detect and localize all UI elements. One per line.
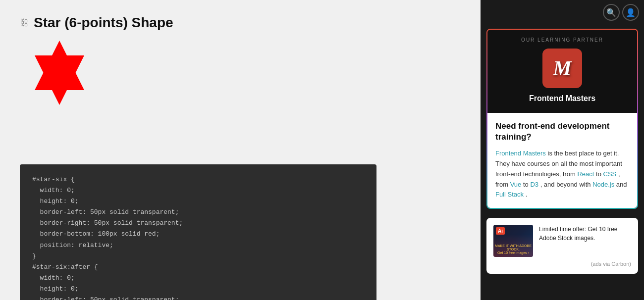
- adobe-logo: Ai: [496, 227, 505, 235]
- full-stack-link[interactable]: Full Stack: [495, 191, 524, 198]
- vue-link[interactable]: Vue: [510, 181, 522, 188]
- partner-label: OUR LEARNING PARTNER: [492, 37, 632, 43]
- react-link[interactable]: React: [577, 170, 594, 178]
- nodejs-link[interactable]: Node.js: [592, 181, 614, 188]
- ad-image: Ai MAKE IT WITH ADOBE STOCK. Get 10 free…: [493, 225, 533, 257]
- desc-text-5: , and beyond with: [540, 181, 593, 188]
- css-link[interactable]: CSS: [603, 170, 617, 178]
- partner-header: OUR LEARNING PARTNER M Frontend Masters: [487, 30, 637, 113]
- partner-body: Need front-end development training? Fro…: [487, 113, 637, 208]
- ad-bottom-text: MAKE IT WITH ADOBE STOCK. Get 10 free im…: [493, 244, 533, 254]
- partner-headline: Need front-end development training?: [495, 121, 629, 143]
- partner-desc: Frontend Masters is the best place to ge…: [495, 149, 629, 200]
- desc-text-4: to: [523, 181, 530, 188]
- main-content: ⛓ Star (6-points) Shape #star-six { widt…: [0, 0, 481, 300]
- partner-name: Frontend Masters: [492, 94, 632, 103]
- title-wrap: ⛓ Star (6-points) Shape: [20, 15, 461, 31]
- desc-text-7: .: [526, 191, 528, 198]
- user-icon: 👤: [626, 8, 636, 17]
- search-button[interactable]: 🔍: [603, 4, 620, 21]
- d3-link[interactable]: D3: [530, 181, 538, 188]
- star-six-shape: [35, 41, 84, 90]
- search-icon: 🔍: [606, 8, 616, 17]
- star-shape-demo: [20, 41, 99, 150]
- ad-card[interactable]: Ai MAKE IT WITH ADOBE STOCK. Get 10 free…: [486, 218, 638, 274]
- desc-text-6: and: [616, 181, 627, 188]
- partner-card: OUR LEARNING PARTNER M Frontend Masters …: [486, 29, 638, 209]
- ad-free-text: Get 10 free images ›: [493, 251, 533, 254]
- frontend-masters-link[interactable]: Frontend Masters: [495, 150, 546, 157]
- partner-logo-text: M: [553, 56, 571, 80]
- code-block: #star-six { width: 0; height: 0; border-…: [20, 164, 376, 300]
- code-content: #star-six { width: 0; height: 0; border-…: [32, 174, 364, 300]
- ad-attribution: (ads via Carbon): [493, 261, 631, 267]
- ad-text: Limited time offer: Get 10 free Adobe St…: [539, 225, 631, 243]
- page-title: Star (6-points) Shape: [34, 15, 173, 31]
- sidebar: 🔍 👤 OUR LEARNING PARTNER M Frontend Mast…: [481, 0, 644, 300]
- ad-make-text: MAKE IT WITH ADOBE STOCK.: [493, 244, 533, 251]
- desc-text-2: to: [596, 170, 603, 178]
- user-button[interactable]: 👤: [622, 4, 639, 21]
- partner-logo: M: [542, 49, 582, 88]
- ad-inner: Ai MAKE IT WITH ADOBE STOCK. Get 10 free…: [493, 225, 631, 257]
- sidebar-topbar: 🔍 👤: [481, 0, 644, 25]
- link-icon: ⛓: [20, 18, 29, 28]
